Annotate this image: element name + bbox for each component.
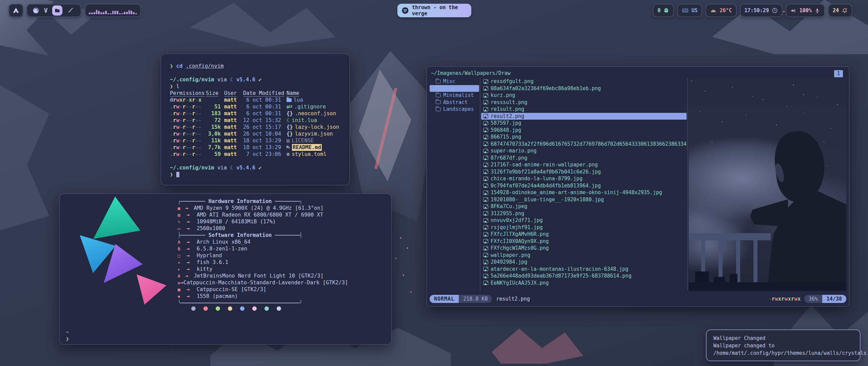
terminal-command-line: ❯ cd .config/nvim: [170, 63, 350, 69]
terminal-window[interactable]: ❯ cd .config/nvim ~/.config/nvim via ☾ v…: [161, 54, 350, 185]
file-row[interactable]: 20492984.jpg: [481, 259, 687, 266]
file-row[interactable]: 19201080-__blue-tinge__-1920×1080.jpg: [481, 196, 687, 203]
file-row[interactable]: 154928-odinokoe_anime-art-anime-okno-sin…: [481, 189, 687, 196]
fetch-window[interactable]: ┌Hardware Information┐▣→AMD Ryzen 9 5900…: [59, 194, 392, 345]
workspace-editor[interactable]: V: [44, 7, 47, 14]
clock-module[interactable]: 17:50:29: [740, 4, 783, 17]
updates-module[interactable]: 0: [653, 4, 674, 17]
keyboard-layout-module[interactable]: US: [677, 4, 702, 17]
file-row[interactable]: 08a634fa02a32364f69ebc86a98eb1eb.png: [481, 85, 687, 92]
file-manager-window[interactable]: ~/Imagenes/Wallpapers/Draw 1 MiscDrawMin…: [427, 66, 849, 307]
weather-module[interactable]: 26°C: [705, 4, 736, 17]
rainbow-icon: [710, 7, 717, 14]
arch-icon: Λ: [178, 240, 186, 245]
file-row[interactable]: FXfcJlTXgAMvH6R.png: [481, 231, 687, 238]
sidebar-folder-abstract[interactable]: Abstract: [430, 99, 479, 106]
arrow-icon: →: [185, 205, 194, 211]
file-listing-row: .rw-r--r--51matt 6 oct 00:31git.gitignor…: [170, 103, 350, 110]
date-module[interactable]: 24: [828, 4, 852, 17]
volume-module[interactable]: 100%: [786, 4, 825, 17]
file-row[interactable]: FXfcHgcWIAMzs0G.png: [481, 245, 687, 252]
system-graph-widget[interactable]: [85, 4, 141, 17]
arrow-icon: →: [186, 293, 197, 299]
selected-filename: result2.png: [496, 296, 530, 302]
temperature: 26°C: [719, 7, 732, 14]
file-list-pane: ressdfgult.png08a634fa02a32364f69ebc86a9…: [481, 78, 687, 291]
palette-dot: [191, 306, 196, 311]
fetch-info-row: ✎→10948MiB / 64183MiB (17%): [178, 218, 323, 225]
desktop: { "colors": { "accent": "#8da3e6", "sele…: [0, 0, 868, 366]
fetch-info-row: ✿→Catppuccin-Macchiato-Standard-Lavender…: [178, 279, 323, 286]
spotify-icon: [401, 7, 409, 14]
notification-toast[interactable]: Wallpaper Changed Wallpaper changed to /…: [706, 329, 861, 361]
file-row[interactable]: 5a266e448add93deab367d87173e9f25-6837886…: [481, 272, 687, 280]
media-player-pill[interactable]: thrown - on the verge: [397, 4, 471, 17]
file-listing-row: .rw-r--r--59matt 7 oct 23:06⚙stylua.toml: [170, 151, 350, 158]
file-row[interactable]: 68747470733a2f2f696d616765732d7769786d70…: [481, 141, 687, 148]
file-row[interactable]: FXfcII0X0AQyn9X.png: [481, 238, 687, 245]
workspace-paint[interactable]: [67, 7, 74, 14]
git-icon: git: [287, 103, 292, 110]
clock-icon: [772, 7, 778, 14]
notification-title: Wallpaper Changed: [713, 334, 853, 342]
image-icon: [483, 149, 488, 153]
fetch-prompt[interactable]: ~ ❯: [66, 329, 69, 342]
file-row[interactable]: atardecer-en-la-montanas-ilustracion-634…: [481, 266, 687, 273]
fetch-info-row: □→Hyprland: [178, 252, 323, 259]
folder-icon: [436, 80, 441, 83]
breadcrumb-path: ~/Imagenes/Wallpapers/Draw: [431, 70, 511, 77]
image-icon: [483, 177, 488, 181]
arrow-icon: →: [186, 219, 197, 225]
sidebar-folder-minimalist[interactable]: Minimalist: [430, 92, 479, 99]
folder-icon: [436, 94, 441, 97]
launcher-button[interactable]: [8, 4, 23, 17]
file-row[interactable]: resssult.png: [481, 99, 687, 106]
updates-count: 0: [657, 7, 660, 14]
markdown-icon: M↓: [287, 144, 290, 151]
file-row[interactable]: result2.png: [481, 113, 687, 120]
file-row[interactable]: ressdfgult.png: [481, 78, 687, 85]
pane-divider: [687, 78, 688, 291]
file-row[interactable]: 3122955.png: [481, 210, 687, 217]
file-row[interactable]: 217167-sad-anime-rain-wallpaper.png: [481, 161, 687, 168]
palette-dot: [264, 306, 269, 311]
workspace-browser[interactable]: [33, 7, 39, 14]
sidebar-folder-landscapes[interactable]: Landscapes: [430, 106, 479, 113]
workspace-files-active[interactable]: [52, 5, 62, 16]
image-icon: [483, 183, 488, 188]
terminal-icon: ▸: [178, 267, 186, 272]
file-row[interactable]: 8FKa7Cu.jpeg: [481, 203, 687, 210]
brush-icon: [67, 7, 74, 14]
cursor-position: 14/38: [822, 295, 846, 303]
file-row[interactable]: 596848.jpg: [481, 127, 687, 134]
file-row[interactable]: EeNKYgIUcAAJ5JX.png: [481, 280, 687, 287]
file-row[interactable]: 587597.jpg: [481, 120, 687, 127]
prompt-symbol: ❯: [170, 63, 173, 69]
file-row[interactable]: super-mario.png: [481, 147, 687, 155]
file-row[interactable]: 3126f7e9bbf21a8a4af0b67b041c6e26.jpg: [481, 168, 687, 176]
file-row[interactable]: 87r687df.png: [481, 155, 687, 162]
font-icon: A: [178, 273, 185, 279]
file-row[interactable]: nnvuv0xj2df71.jpg: [481, 217, 687, 224]
tab-badge[interactable]: 1: [834, 70, 843, 77]
book-icon: ▤: [287, 137, 290, 144]
terminal-cursor: [176, 172, 179, 177]
fetch-info-row: ▣→AMD Ryzen 9 5900X (24) @ 4.9GHz [61.3°…: [178, 205, 323, 211]
file-row[interactable]: 866715.png: [481, 134, 687, 141]
terminal-prompt[interactable]: ❯: [170, 171, 350, 178]
fetch-info-row: ▭→868x366: [178, 225, 323, 232]
arrow-icon: →: [186, 286, 197, 292]
file-row[interactable]: 0c794faf07de24a4db4d4fb1eb813964.jpg: [481, 182, 687, 189]
file-row[interactable]: kurz.png: [481, 92, 687, 99]
folder-icon: [54, 7, 60, 14]
memory-icon: ✎: [178, 219, 186, 224]
file-row[interactable]: wallpaper.png: [481, 252, 687, 259]
sidebar-folder-draw[interactable]: Draw: [430, 85, 479, 92]
file-row[interactable]: rsjqojlmjhf91.jpg: [481, 224, 687, 231]
image-icon: [483, 86, 488, 90]
image-icon: [483, 93, 488, 98]
file-row[interactable]: re1sult.png: [481, 106, 687, 113]
mic-icon: [814, 8, 820, 14]
file-row[interactable]: chica-mirando-la-luna-8799.jpg: [481, 175, 687, 182]
sidebar-folder-misc[interactable]: Misc: [430, 78, 479, 85]
